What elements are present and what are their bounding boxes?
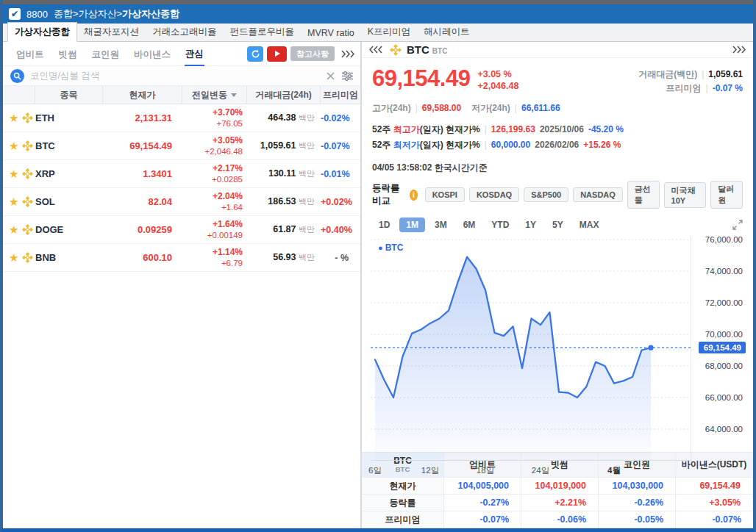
main-tab-bar: 가상자산종합 채굴자포지션 거래소고래비율 펀드플로우비율 MVRV ratio… [3, 24, 753, 42]
footer-premium-upbit: -0.07% [444, 511, 521, 528]
compare-usdkrw-button[interactable]: 달러원 [710, 181, 743, 209]
tab-exchange-whale-ratio[interactable]: 거래소고래비율 [146, 23, 224, 41]
detail-symbol: BTC [407, 43, 429, 56]
compare-gold-button[interactable]: 금선물 [627, 181, 660, 209]
chevron-triple-right-icon [732, 46, 746, 54]
table-row-eth[interactable]: ★ ETH 2,131.31 +3.70%+76.05 464.38 백만 -0… [3, 104, 360, 132]
coin-price: 600.10 [103, 252, 182, 263]
coin-volume: 186.53 백만 [247, 196, 321, 207]
footer-row-label: 등락률 [362, 495, 444, 511]
coin-volume: 56.93 백만 [247, 252, 321, 263]
favorite-star-icon[interactable]: ★ [9, 168, 18, 179]
table-row-sol[interactable]: ★ SOL 82.04 +2.04%+1.64 186.53 백만 +0.02% [3, 188, 360, 216]
y-axis-tick: 70,000.00 [705, 330, 743, 339]
header-price[interactable]: 현재가 [103, 86, 182, 104]
coin-price: 82.04 [103, 196, 182, 207]
week52-high: 52주 최고가(일자) 현재가%|126,199.632025/10/06-45… [372, 123, 743, 136]
favorite-star-icon[interactable]: ★ [9, 252, 18, 263]
footer-change-upbit: -0.27% [444, 495, 521, 511]
footer-premium-binance: -0.07% [676, 511, 753, 528]
table-row-xrp[interactable]: ★ XRP 1.3401 +2.17%+0.0285 130.11 백만 -0.… [3, 160, 360, 188]
more-tools-button[interactable] [341, 50, 354, 58]
volume-stat: 거래대금(백만)|1,059.61 [638, 68, 743, 82]
coin-change: +2.04%+1.64 [182, 191, 247, 212]
fullscreen-button[interactable] [732, 220, 743, 230]
subtab-coinone[interactable]: 코인원 [91, 43, 121, 65]
notice-button[interactable]: 참고사항 [290, 46, 335, 61]
coin-symbol: BTC [35, 140, 103, 151]
footer-premium-bithumb: -0.06% [521, 511, 599, 528]
y-axis-tick: 74,000.00 [705, 267, 743, 276]
subtab-favorites[interactable]: 관심 [185, 42, 204, 66]
favorite-star-icon[interactable]: ★ [9, 140, 18, 151]
chart-legend: ●BTC [378, 242, 403, 253]
coin-premium: -0.02% [321, 113, 360, 123]
coin-symbol: SOL [35, 196, 103, 207]
range-5y-button[interactable]: 5Y [546, 218, 570, 232]
current-price-axis-label: 69,154.49 [699, 342, 746, 353]
low-24h: 저가(24h)|66,611.66 [471, 102, 560, 115]
checkbox-icon[interactable]: ✔ [9, 8, 21, 20]
coin-table: 종목 현재가 전일변동 거래대금(24h) 프리미엄 ★ ETH 2,13 [3, 86, 360, 528]
header-volume[interactable]: 거래대금(24h) [247, 86, 321, 104]
header-premium[interactable]: 프리미엄 [321, 86, 360, 104]
range-1y-button[interactable]: 1Y [518, 218, 543, 232]
footer-price-bithumb: 104,019,000 [521, 478, 599, 495]
binance-exchange-icon [22, 252, 33, 263]
compare-kosdaq-button[interactable]: KOSDAQ [469, 187, 519, 202]
table-row-bnb[interactable]: ★ BNB 600.10 +1.14%+6.79 56.93 백만 - % [3, 244, 360, 272]
favorite-star-icon[interactable]: ★ [9, 196, 18, 207]
breadcrumb: 종합>가상자산> [54, 7, 122, 21]
favorite-star-icon[interactable]: ★ [9, 224, 18, 235]
tab-k-premium[interactable]: K프리미엄 [361, 23, 417, 41]
price-chart[interactable]: ●BTC 76,000.0074,000.0072,000.0070,000.0… [371, 237, 746, 449]
compare-row: 등락률비교 i KOSPI KOSDAQ S&P500 NASDAQ 금선물 미… [362, 174, 753, 212]
range-ytd-button[interactable]: YTD [485, 218, 516, 232]
range-3m-button[interactable]: 3M [428, 218, 454, 232]
subtab-bithumb[interactable]: 빗썸 [58, 43, 78, 65]
search-input[interactable] [30, 71, 319, 81]
coin-volume: 130.11 백만 [247, 168, 321, 179]
footer-row-label: 현재가 [362, 478, 444, 495]
info-icon[interactable]: i [410, 190, 418, 201]
compare-kospi-button[interactable]: KOSPI [425, 187, 465, 202]
subtab-binance[interactable]: 바이낸스 [133, 43, 171, 65]
refresh-button[interactable] [247, 46, 263, 62]
collapse-left-button[interactable] [369, 46, 382, 54]
subtab-upbit[interactable]: 업비트 [15, 43, 45, 65]
binance-exchange-icon [22, 112, 33, 123]
header-change[interactable]: 전일변동 [182, 86, 247, 104]
search-bar [3, 66, 360, 86]
filter-settings-icon[interactable] [342, 71, 353, 81]
current-price: 69,154.49 [372, 67, 470, 91]
range-1m-button[interactable]: 1M [399, 218, 425, 232]
youtube-button[interactable] [267, 46, 287, 62]
binance-exchange-icon [22, 140, 33, 151]
coin-change: +1.14%+6.79 [182, 247, 247, 268]
tab-fund-flow-ratio[interactable]: 펀드플로우비율 [224, 23, 302, 41]
header-symbol[interactable]: 종목 [35, 86, 103, 104]
binance-exchange-icon [22, 196, 33, 207]
tab-miner-position[interactable]: 채굴자포지션 [77, 23, 146, 41]
expand-right-button[interactable] [732, 46, 746, 54]
coin-symbol: DOGE [35, 224, 103, 235]
compare-sp500-button[interactable]: S&P500 [524, 187, 568, 202]
x-axis-tick: 18일 [477, 465, 494, 476]
y-axis-tick: 64,000.00 [705, 425, 743, 434]
compare-nasdaq-button[interactable]: NASDAQ [573, 187, 623, 202]
range-6m-button[interactable]: 6M [457, 218, 482, 232]
clear-search-icon[interactable] [327, 72, 335, 80]
range-max-button[interactable]: MAX [573, 218, 606, 232]
compare-ust10y-button[interactable]: 미국채10Y [664, 182, 707, 208]
table-row-btc[interactable]: ★ BTC 69,154.49 +3.05%+2,046.48 1,059.61… [3, 132, 360, 160]
coin-price: 1.3401 [103, 168, 182, 179]
table-row-doge[interactable]: ★ DOGE 0.09259 +1.64%+0.00149 61.87 백만 +… [3, 216, 360, 244]
favorite-star-icon[interactable]: ★ [9, 112, 18, 123]
binance-exchange-icon [22, 224, 33, 235]
tab-crypto-overview[interactable]: 가상자산종합 [7, 22, 77, 42]
tab-mvrv-ratio[interactable]: MVRV ratio [301, 25, 361, 41]
coin-change: +3.70%+76.05 [182, 107, 247, 129]
footer-change-binance: +3.05% [676, 495, 753, 511]
tab-hashrate[interactable]: 해시레이트 [417, 23, 477, 41]
range-1d-button[interactable]: 1D [372, 218, 396, 232]
